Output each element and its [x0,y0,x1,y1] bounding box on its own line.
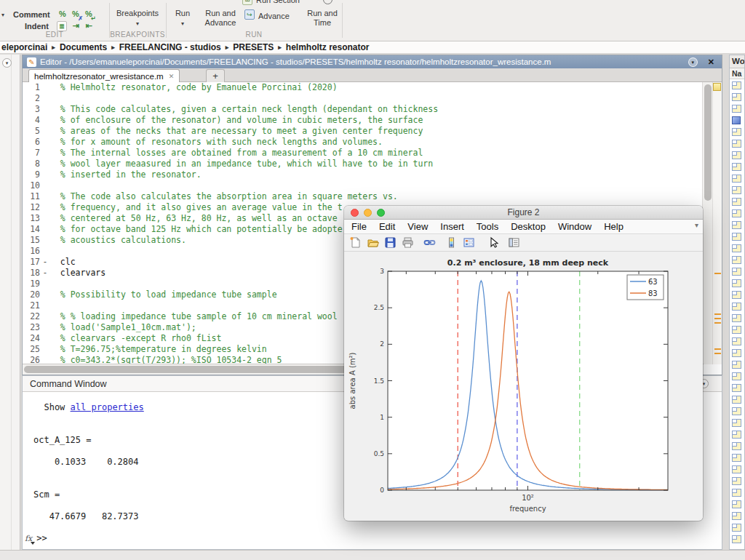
comment-icon[interactable]: % [57,9,68,20]
workspace-variable-row[interactable] [730,242,744,254]
workspace-title[interactable]: Wo [730,55,744,68]
workspace-variable-row[interactable] [730,219,744,231]
breadcrumb-item[interactable]: eleporcinai [0,42,49,52]
workspace-variable-row[interactable] [730,265,744,277]
workspace-variable-row[interactable] [730,254,744,265]
workspace-variable-row[interactable] [730,521,744,533]
workspace-variable-row[interactable] [730,347,744,359]
code-line[interactable]: 9 % inserted in the resonator. [23,169,704,180]
code-line[interactable]: 11 % The code also calculates the absorp… [23,191,704,202]
run-and-time-button[interactable]: Run and Time [300,9,344,28]
code-line[interactable]: 8 % wool layer meaasured in an impedance… [23,159,704,169]
code-line[interactable]: 6 % for x amount of resonators with such… [23,137,704,148]
workspace-variable-row[interactable] [730,324,744,335]
workspace-variable-row[interactable] [730,103,744,114]
minimize-traffic-light[interactable] [364,209,372,217]
workspace-variable-row[interactable] [730,126,744,137]
figure-menu-help[interactable]: Help [604,221,624,232]
run-section-icon[interactable]: ⊞ [242,0,252,5]
legend-box[interactable] [627,275,664,300]
code-line[interactable]: 1 % Helmholtz resonator, code by Emanuel… [23,82,704,93]
figure-menu-tools[interactable]: Tools [477,221,498,232]
collapsed-section-chevron-icon[interactable]: ▾ [1,12,4,18]
code-line[interactable]: 5 % areas of the necks that are necessar… [23,126,704,137]
workspace-variable-row[interactable] [730,487,744,498]
workspace-variable-row[interactable] [730,498,744,510]
close-traffic-light[interactable] [351,209,359,217]
message-indicator-icon[interactable] [713,83,721,91]
figure-menu-file[interactable]: File [351,221,367,232]
smart-indent-icon[interactable]: ≣ [57,21,67,31]
figure-axes[interactable]: 0.2 m³ enclosure, 18 mm deep neck00.511.… [344,252,703,520]
figure-menu-window[interactable]: Window [558,221,591,232]
workspace-variable-row[interactable] [730,79,744,91]
plot-browser-icon[interactable] [508,236,520,249]
workspace-variable-row[interactable] [730,382,744,393]
run-and-advance-button[interactable]: Run and Advance [198,9,243,28]
workspace-variable-row[interactable] [730,207,744,219]
workspace-variable-row[interactable] [730,475,744,487]
code-line[interactable]: 2 [23,93,704,104]
tab-helmholtzresonator[interactable]: helmholtzresonator_wresistance.m ✕ [28,69,180,82]
editor-close-button[interactable]: ✕ [708,57,714,67]
link-plot-icon[interactable] [423,236,436,249]
workspace-variable-row[interactable] [730,114,744,126]
wrap-comments-icon[interactable]: %↵ [83,9,95,20]
workspace-variable-row[interactable] [730,184,744,196]
command-output[interactable]: Show all properties oct_A_125 = 0.1033 0… [33,402,144,522]
run-button[interactable]: Run▾ [170,9,196,28]
workspace-variable-row[interactable] [730,359,744,370]
workspace-variable-row[interactable] [730,300,744,312]
workspace-variable-row[interactable] [730,277,744,289]
edit-plot-arrow-icon[interactable] [487,236,500,249]
workspace-variable-row[interactable] [730,533,744,545]
workspace-variable-row[interactable] [730,335,744,347]
scrollbar-thumb[interactable] [704,84,712,201]
figure-menu-view[interactable]: View [407,221,428,232]
code-line[interactable]: 10 [23,180,704,191]
uncomment-icon[interactable]: %✗ [70,9,81,20]
command-prompt-row[interactable]: fx >> [25,533,47,543]
workspace-variable-row[interactable] [730,137,744,149]
breadcrumb-item[interactable]: PRESETS [231,42,275,52]
code-line[interactable]: 7 % The internal losses are obtained fro… [23,148,704,159]
all-properties-link[interactable]: all properties [71,402,144,412]
figure-menu-edit[interactable]: Edit [379,221,395,232]
workspace-variable-row[interactable] [730,196,744,207]
workspace-variable-row[interactable] [730,289,744,300]
workspace-variable-row[interactable] [730,393,744,405]
print-figure-icon[interactable] [402,236,414,249]
menu-overflow-icon[interactable]: ▾ [695,221,698,229]
insert-legend-icon[interactable] [463,236,475,249]
warning-marker[interactable] [714,318,721,319]
breadcrumb-item[interactable]: FREELANCING - studios [118,42,223,52]
workspace-variable-row[interactable] [730,231,744,242]
workspace-variable-row[interactable] [730,149,744,161]
workspace-variable-row[interactable] [730,91,744,103]
workspace-variable-row[interactable] [730,417,744,428]
code-line[interactable]: 4 % of enclosure of the resonator) and v… [23,115,704,126]
fx-button[interactable]: fx [25,534,32,543]
zoom-traffic-light[interactable] [377,209,385,217]
insert-colorbar-icon[interactable] [445,236,458,249]
editor-collapse-button[interactable]: ▾ [688,57,698,67]
warning-marker[interactable] [714,353,721,354]
workspace-variable-row[interactable] [730,510,744,521]
figure-window[interactable]: Figure 2 FileEditViewInsertToolsDesktopW… [344,206,703,521]
editor-titlebar[interactable]: ✎ Editor - /Users/emanueleporcinai/Docum… [23,55,722,68]
figure-menu-insert[interactable]: Insert [440,221,464,232]
breakpoints-button[interactable]: Breakpoints▾ [111,9,164,28]
workspace-variable-row[interactable] [730,312,744,324]
open-file-icon[interactable] [367,236,379,249]
code-line[interactable]: 3 % This code calculates, given a certai… [23,104,704,115]
workspace-variable-row[interactable] [730,452,744,463]
figure-titlebar[interactable]: Figure 2 [344,206,703,220]
figure-menu-desktop[interactable]: Desktop [511,221,546,232]
warning-marker[interactable] [714,322,721,324]
expand-panel-button[interactable]: ▾ [2,58,12,68]
workspace-variable-row[interactable] [730,440,744,452]
save-figure-icon[interactable] [384,236,397,249]
breadcrumb-item[interactable]: helmholtz resonator [284,42,371,52]
workspace-variable-row[interactable] [730,463,744,475]
workspace-variable-row[interactable] [730,172,744,184]
